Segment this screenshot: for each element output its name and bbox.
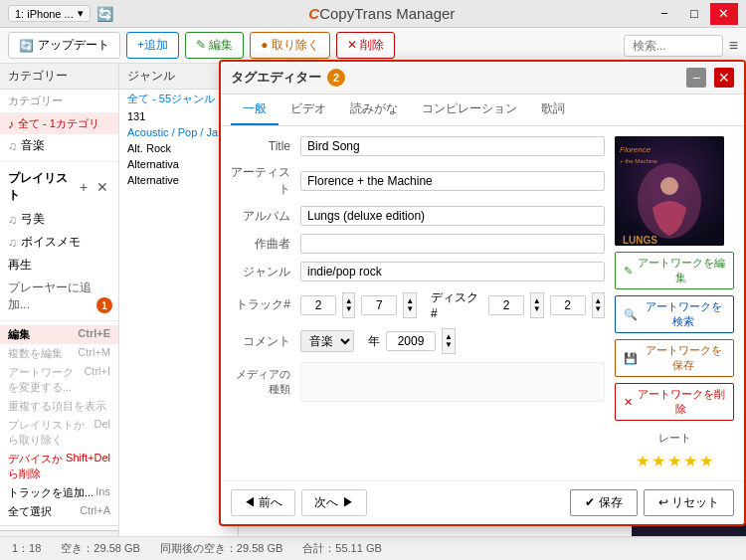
search-artwork-button[interactable]: 🔍 アートワークを検索	[615, 295, 734, 333]
form-row-artist: アーティスト	[231, 164, 605, 198]
next-button[interactable]: 次へ ▶	[301, 489, 366, 516]
close-button[interactable]: ✕	[710, 3, 738, 25]
save-button[interactable]: ✔ 保存	[570, 489, 637, 516]
star-5[interactable]: ★	[699, 452, 713, 470]
minimize-button[interactable]: −	[651, 3, 678, 25]
artist-input[interactable]	[300, 171, 605, 191]
sidebar-item-playlist-1[interactable]: ♫ ボイスメモ	[0, 231, 118, 254]
rating-stars[interactable]: ★ ★ ★ ★ ★	[615, 452, 734, 470]
track-num-input[interactable]	[300, 295, 336, 315]
dialog-tab-general[interactable]: 一般	[231, 94, 279, 125]
tag-editor-dialog: タグエディター 2 − ✕ 一般 ビデオ 読みがな コンピレーション 歌詞 Ti…	[219, 60, 746, 526]
track-inputs: ▲▼ ▲▼ ディスク# ▲▼ ▲▼	[300, 289, 605, 320]
playlist-icon-0: ♫	[8, 213, 17, 227]
disc-total-input[interactable]	[550, 295, 586, 315]
star-3[interactable]: ★	[667, 452, 681, 470]
svg-text:Florence: Florence	[620, 145, 652, 154]
sidebar-item-playlist-0[interactable]: ♫ 弓美	[0, 208, 118, 231]
add-playlist-button[interactable]: +	[76, 179, 92, 195]
launch-player-button[interactable]: ▶ プレーヤーを起動	[0, 530, 118, 536]
dialog-footer-actions: ✔ 保存 ↩ リセット	[570, 489, 734, 516]
track-num-spinner[interactable]: ▲▼	[342, 292, 355, 318]
sidebar-divider-2	[0, 320, 118, 321]
save-artwork-button[interactable]: 💾 アートワークを保存	[615, 339, 734, 377]
chevron-down-icon: ▾	[78, 7, 84, 20]
dialog-tabs: 一般 ビデオ 読みがな コンピレーション 歌詞	[221, 94, 744, 126]
genre-input[interactable]	[300, 262, 605, 281]
playlist-label-2: 再生	[8, 257, 32, 274]
ctx-select-all[interactable]: 全て選択 Ctrl+A	[0, 502, 118, 521]
artwork-svg: Florence + the Machine LUNGS	[615, 136, 724, 246]
dialog-nav-buttons: ◀ 前へ 次へ ▶	[231, 489, 367, 516]
dialog-tab-video[interactable]: ビデオ	[279, 94, 338, 125]
composer-field-label: 作曲者	[231, 236, 300, 253]
dialog-tab-lyrics[interactable]: 歌詞	[529, 94, 577, 125]
update-label: アップデート	[38, 37, 109, 54]
star-4[interactable]: ★	[683, 452, 697, 470]
playlist-label-1: ボイスメモ	[21, 234, 81, 251]
star-1[interactable]: ★	[636, 452, 650, 470]
delete-art-label: アートワークを削除	[637, 387, 725, 417]
track-total-spinner[interactable]: ▲▼	[403, 292, 416, 318]
track-total-input[interactable]	[361, 295, 397, 315]
sidebar-item-playlist-2[interactable]: 再生	[0, 254, 118, 277]
prev-button[interactable]: ◀ 前へ	[231, 489, 295, 516]
music-note-icon: ♪	[8, 117, 14, 131]
dialog-minimize-button[interactable]: −	[686, 68, 706, 88]
status-total: 合計：55.11 GB	[302, 541, 381, 556]
album-input[interactable]	[300, 206, 605, 226]
sidebar-item-all-category[interactable]: ♪ 全て - 1カテゴリ	[0, 113, 118, 134]
edit-artwork-button[interactable]: ✎ アートワークを編集	[615, 252, 734, 289]
ctx-delete-device[interactable]: デバイスから削除 Shift+Del	[0, 450, 118, 483]
edit-button[interactable]: ✎ 編集	[185, 32, 244, 59]
remove-button[interactable]: ● 取り除く	[250, 32, 330, 59]
disc-num-input[interactable]	[488, 295, 524, 315]
search-input[interactable]	[624, 35, 723, 57]
ctx-edit[interactable]: 編集 Ctrl+E	[0, 325, 118, 344]
remove-playlist-button[interactable]: ✕	[94, 179, 110, 195]
genre-header-label: ジャンル	[127, 68, 175, 85]
update-button[interactable]: 🔄 アップデート	[8, 32, 120, 59]
star-2[interactable]: ★	[652, 452, 665, 470]
ctx-multi-edit: 複数を編集 Ctrl+M	[0, 344, 118, 363]
dialog-tab-compilation[interactable]: コンピレーション	[410, 94, 529, 125]
edit-art-label: アートワークを編集	[637, 256, 725, 285]
year-spinner[interactable]: ▲▼	[442, 328, 456, 354]
sidebar-item-music[interactable]: ♫ 音楽	[0, 134, 118, 157]
app-title: CCopyTrans Manager	[308, 5, 455, 22]
disc-num-spinner[interactable]: ▲▼	[530, 292, 543, 318]
comment-select[interactable]: 音楽	[300, 330, 354, 352]
artwork-image: Florence + the Machine LUNGS	[615, 136, 724, 246]
dialog-footer: ◀ 前へ 次へ ▶ ✔ 保存 ↩ リセット	[221, 480, 744, 524]
col-header-category[interactable]: カテゴリー	[0, 64, 119, 89]
sidebar-bottom-divider	[0, 525, 118, 526]
maximize-button[interactable]: □	[680, 3, 708, 25]
playlist-icon-1: ♫	[8, 236, 17, 250]
dialog-close-button[interactable]: ✕	[714, 68, 734, 88]
device-selector[interactable]: 1: iPhone ... ▾	[8, 5, 91, 22]
rating-label: レート	[615, 431, 734, 446]
reset-button[interactable]: ↩ リセット	[644, 489, 734, 516]
title-input[interactable]	[300, 136, 605, 156]
playlist-controls: + ✕	[76, 179, 110, 195]
svg-point-12	[660, 177, 678, 195]
menu-icon[interactable]: ≡	[729, 37, 738, 55]
dialog-container: タグエディター 2 − ✕ 一般 ビデオ 読みがな コンピレーション 歌詞 Ti…	[219, 60, 746, 526]
edit-label: ✎ 編集	[196, 37, 233, 54]
status-bar: 1：18 空き：29.58 GB 同期後の空き：29.58 GB 合計：55.1…	[0, 536, 746, 560]
form-row-genre: ジャンル	[231, 262, 605, 281]
search-art-icon: 🔍	[624, 308, 638, 321]
window-controls: − □ ✕	[651, 3, 738, 25]
status-free: 空き：29.58 GB	[61, 541, 139, 556]
ctx-remove-playlist: プレイリストから取り除く Del	[0, 416, 118, 450]
dialog-tab-reading[interactable]: 読みがな	[338, 94, 410, 125]
app-name: CopyTrans Manager	[319, 5, 455, 22]
year-input[interactable]	[386, 331, 436, 351]
delete-button[interactable]: ✕ 削除	[336, 32, 395, 59]
playlist-title: プレイリスト	[8, 170, 76, 204]
composer-input[interactable]	[300, 234, 605, 254]
ctx-add-track[interactable]: トラックを追加... Ins	[0, 483, 118, 502]
add-button[interactable]: +追加	[126, 32, 179, 59]
delete-artwork-button[interactable]: ✕ アートワークを削除	[615, 383, 734, 421]
disc-total-spinner[interactable]: ▲▼	[592, 292, 605, 318]
